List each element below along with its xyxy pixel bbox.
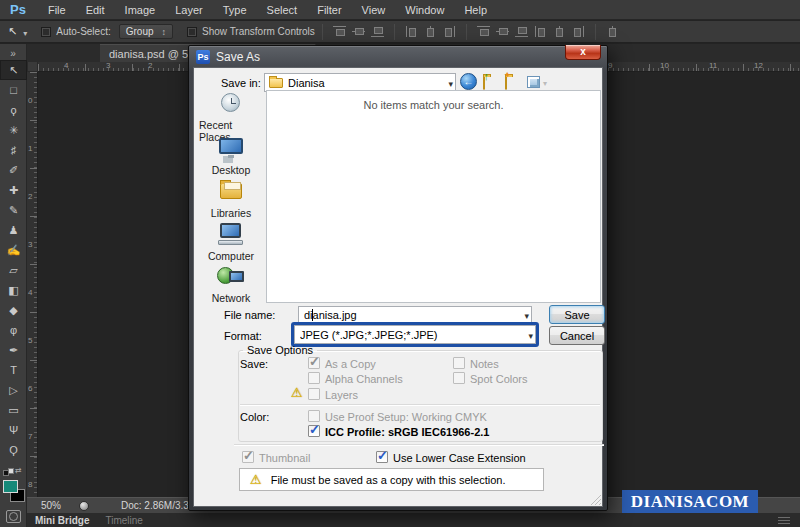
warning-icon [291,385,303,400]
menu-edit[interactable]: Edit [76,4,115,16]
file-list[interactable]: No items match your search. [266,90,601,303]
chevron-down-icon [528,329,533,341]
align-right-edges-icon[interactable] [442,25,457,38]
save-options-group-label: Save Options [243,344,317,356]
cancel-button[interactable]: Cancel [549,326,605,345]
ruler-number: 3 [28,240,32,249]
ruler-number: 3 [106,61,110,70]
use-proof-setup-checkbox[interactable] [308,410,320,422]
distribute-top-edges-icon[interactable] [476,25,491,38]
warning-message-text: File must be saved as a copy with this s… [271,474,506,486]
tool-spot-healing-brush[interactable]: ✚ [0,180,27,200]
tool-move[interactable]: ↖ [0,60,27,80]
zoom-level[interactable]: 50% [41,500,61,511]
icc-profile-checkbox[interactable] [308,425,320,437]
auto-align-layers-icon[interactable] [605,25,620,38]
spot-colors-checkbox[interactable] [453,372,465,384]
tool-path-selection[interactable]: ▷ [0,380,27,400]
separator [240,404,600,405]
menu-view[interactable]: View [352,4,396,16]
save-as-dialog: Ps Save As x Save in: Dianisa Recent Pla… [188,45,608,511]
distribute-vertical-centers-icon[interactable] [495,25,510,38]
resize-grip[interactable] [591,495,601,505]
menu-select[interactable]: Select [257,4,308,16]
notes-checkbox[interactable] [453,357,465,369]
new-folder-button[interactable] [505,77,507,89]
auto-select-mode-dropdown[interactable]: Group [119,24,173,39]
dialog-title-bar[interactable]: Ps Save As x [193,46,603,67]
collapse-panel-icon[interactable] [10,43,16,61]
tool-eyedropper[interactable]: ✐ [0,160,27,180]
text-caret [312,309,313,321]
menu-layer[interactable]: Layer [165,4,213,16]
as-a-copy-checkbox[interactable] [308,357,320,369]
tab-mini-bridge[interactable]: Mini Bridge [35,515,89,526]
save-in-value: Dianisa [288,77,325,89]
panel-menu-icon[interactable] [778,516,790,524]
menu-file[interactable]: File [38,4,76,16]
distribute-horizontal-centers-icon[interactable] [552,25,567,38]
align-bottom-edges-icon[interactable] [370,25,385,38]
menu-image[interactable]: Image [115,4,166,16]
save-button[interactable]: Save [549,305,605,324]
tool-zoom[interactable]: Ϙ [0,440,27,460]
tool-eraser[interactable]: ▱ [0,260,27,280]
format-dropdown[interactable]: JPEG (*.JPG;*.JPEG;*.JPE) [294,325,536,344]
ruler-number: 4 [28,288,32,297]
distribute-left-edges-icon[interactable] [533,25,548,38]
tools-panel: ↖ □ ϙ ✳ ♯ ✐ ✚ ✎ ♟ ✍ ▱ ◧ ◆ φ ✒ T ▷ ▭ Ψ Ϙ [0,44,27,527]
icc-profile-label: ICC Profile: sRGB IEC61966-2.1 [325,426,489,438]
menu-type[interactable]: Type [213,4,257,16]
view-menu-button[interactable] [527,76,547,88]
auto-select-checkbox[interactable] [41,27,51,37]
tool-gradient[interactable]: ◧ [0,280,27,300]
ruler-number: 2 [148,61,152,70]
move-tool-indicator-icon[interactable]: ↖ [8,25,27,38]
distribute-bottom-edges-icon[interactable] [514,25,529,38]
dialog-body: Save in: Dianisa Recent Places Desktop [193,67,603,507]
tab-timeline[interactable]: Timeline [105,515,142,526]
thumbnail-checkbox[interactable] [242,451,254,463]
ruler-number: 5 [28,336,32,345]
distribute-right-edges-icon[interactable] [571,25,586,38]
layers-checkbox[interactable] [308,388,320,400]
tool-rectangle-shape[interactable]: ▭ [0,400,27,420]
swap-colors-icon[interactable] [3,468,23,477]
tool-blur[interactable]: ◆ [0,300,27,320]
tool-brush[interactable]: ✎ [0,200,27,220]
tool-history-brush[interactable]: ✍ [0,240,27,260]
desktop-icon [214,136,248,162]
dialog-title: Save As [216,50,260,64]
tool-rectangular-marquee[interactable]: □ [0,80,27,100]
tool-pen[interactable]: ✒ [0,340,27,360]
menu-help[interactable]: Help [454,4,497,16]
tool-quick-selection[interactable]: ✳ [0,120,27,140]
tool-lasso[interactable]: ϙ [0,100,27,120]
align-horizontal-centers-icon[interactable] [423,25,438,38]
align-left-edges-icon[interactable] [404,25,419,38]
back-button[interactable] [460,73,477,90]
sidebar-item-desktop[interactable]: Desktop [199,136,263,176]
tool-type[interactable]: T [0,360,27,380]
sidebar-item-libraries[interactable]: Libraries [199,179,263,219]
sidebar-item-computer[interactable]: Computer [199,222,263,262]
align-top-edges-icon[interactable] [332,25,347,38]
up-one-level-button[interactable] [483,77,485,89]
align-vertical-centers-icon[interactable] [351,25,366,38]
tool-dodge[interactable]: φ [0,320,27,340]
menu-filter[interactable]: Filter [307,4,351,16]
tool-crop[interactable]: ♯ [0,140,27,160]
tool-hand[interactable]: Ψ [0,420,27,440]
tool-clone-stamp[interactable]: ♟ [0,220,27,240]
alpha-channels-checkbox[interactable] [308,372,320,384]
dialog-close-button[interactable]: x [565,45,601,60]
use-lower-case-extension-checkbox[interactable] [376,451,388,463]
sidebar-item-network[interactable]: Network [199,264,263,304]
foreground-color-swatch[interactable] [3,480,18,493]
show-transform-controls-checkbox[interactable] [187,27,197,37]
menu-window[interactable]: Window [395,4,454,16]
thumbnail-label: Thumbnail [259,452,310,464]
quick-mask-icon[interactable] [6,510,21,523]
sidebar-item-label: Libraries [211,207,251,219]
watermark-badge: DIANISACOM [622,490,758,513]
